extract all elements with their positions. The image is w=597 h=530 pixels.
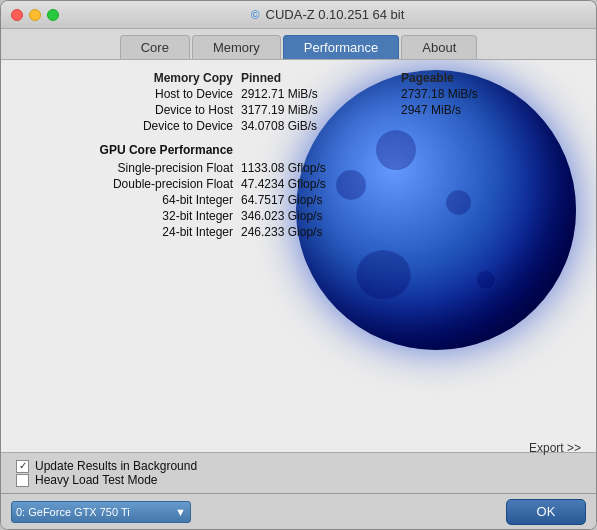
device-to-host-pageable: 2947 MiB/s: [401, 103, 461, 117]
heavy-load-row: Heavy Load Test Mode: [16, 473, 581, 487]
device-label: 0: GeForce GTX 750 Ti: [16, 506, 130, 518]
host-to-device-pageable: 2737.18 MiB/s: [401, 87, 478, 101]
int24-label: 24-bit Integer: [21, 225, 241, 239]
status-bar: 0: GeForce GTX 750 Ti ▼ OK: [1, 493, 596, 529]
heavy-load-checkbox[interactable]: [16, 474, 29, 487]
window-title: © CUDA-Z 0.10.251 64 bit: [69, 7, 586, 22]
pageable-header: Pageable: [401, 71, 454, 85]
tab-about[interactable]: About: [401, 35, 477, 59]
memory-copy-header-row: Memory Copy Pinned Pageable: [21, 70, 576, 86]
update-results-row: Update Results in Background: [16, 459, 581, 473]
int64-value: 64.7517 Giop/s: [241, 193, 401, 207]
ok-button[interactable]: OK: [506, 499, 586, 525]
export-button[interactable]: Export >>: [529, 441, 581, 455]
int32-value: 346.023 Giop/s: [241, 209, 401, 223]
int32-label: 32-bit Integer: [21, 209, 241, 223]
host-to-device-pinned: 2912.71 MiB/s: [241, 87, 401, 101]
title-bar: © CUDA-Z 0.10.251 64 bit: [1, 1, 596, 29]
double-precision-label: Double-precision Float: [21, 177, 241, 191]
single-precision-value: 1133.08 Gflop/s: [241, 161, 401, 175]
heavy-load-label: Heavy Load Test Mode: [35, 473, 158, 487]
close-button[interactable]: [11, 9, 23, 21]
gpu-core-header-row: GPU Core Performance: [21, 138, 576, 160]
tabs-bar: Core Memory Performance About: [1, 29, 596, 60]
host-to-device-label: Host to Device: [21, 87, 241, 101]
int64-label: 64-bit Integer: [21, 193, 241, 207]
main-window: © CUDA-Z 0.10.251 64 bit Core Memory Per…: [0, 0, 597, 530]
host-to-device-row: Host to Device 2912.71 MiB/s 2737.18 MiB…: [21, 86, 576, 102]
update-results-label: Update Results in Background: [35, 459, 197, 473]
single-precision-label: Single-precision Float: [21, 161, 241, 175]
maximize-button[interactable]: [47, 9, 59, 21]
int24-row: 24-bit Integer 246.233 Giop/s: [21, 224, 576, 240]
single-precision-row: Single-precision Float 1133.08 Gflop/s: [21, 160, 576, 176]
moon-crater-3: [356, 250, 411, 300]
int32-row: 32-bit Integer 346.023 Giop/s: [21, 208, 576, 224]
int64-row: 64-bit Integer 64.7517 Giop/s: [21, 192, 576, 208]
device-to-host-pinned: 3177.19 MiB/s: [241, 103, 401, 117]
device-to-host-label: Device to Host: [21, 103, 241, 117]
dropdown-arrow-icon: ▼: [175, 506, 186, 518]
gpu-core-header: GPU Core Performance: [21, 139, 241, 159]
device-to-host-row: Device to Host 3177.19 MiB/s 2947 MiB/s: [21, 102, 576, 118]
title-label: CUDA-Z 0.10.251 64 bit: [266, 7, 405, 22]
tab-core[interactable]: Core: [120, 35, 190, 59]
device-dropdown[interactable]: 0: GeForce GTX 750 Ti ▼: [11, 501, 191, 523]
tab-memory[interactable]: Memory: [192, 35, 281, 59]
pinned-header: Pinned: [241, 71, 401, 85]
double-precision-row: Double-precision Float 47.4234 Gflop/s: [21, 176, 576, 192]
minimize-button[interactable]: [29, 9, 41, 21]
traffic-lights: [11, 9, 59, 21]
int24-value: 246.233 Giop/s: [241, 225, 401, 239]
tab-performance[interactable]: Performance: [283, 35, 399, 59]
device-selector: 0: GeForce GTX 750 Ti ▼: [11, 501, 191, 523]
device-to-device-row: Device to Device 34.0708 GiB/s: [21, 118, 576, 134]
moon-crater-5: [476, 270, 496, 290]
bottom-controls: Update Results in Background Heavy Load …: [1, 452, 596, 493]
content-area: Memory Copy Pinned Pageable Host to Devi…: [1, 60, 596, 452]
bottom-area: Update Results in Background Heavy Load …: [1, 452, 596, 493]
device-to-device-label: Device to Device: [21, 119, 241, 133]
device-to-device-value: 34.0708 GiB/s: [241, 119, 401, 133]
cuda-icon: ©: [251, 8, 260, 22]
update-results-checkbox[interactable]: [16, 460, 29, 473]
double-precision-value: 47.4234 Gflop/s: [241, 177, 401, 191]
memory-copy-label: Memory Copy: [21, 71, 241, 85]
data-section: Memory Copy Pinned Pageable Host to Devi…: [1, 60, 596, 250]
